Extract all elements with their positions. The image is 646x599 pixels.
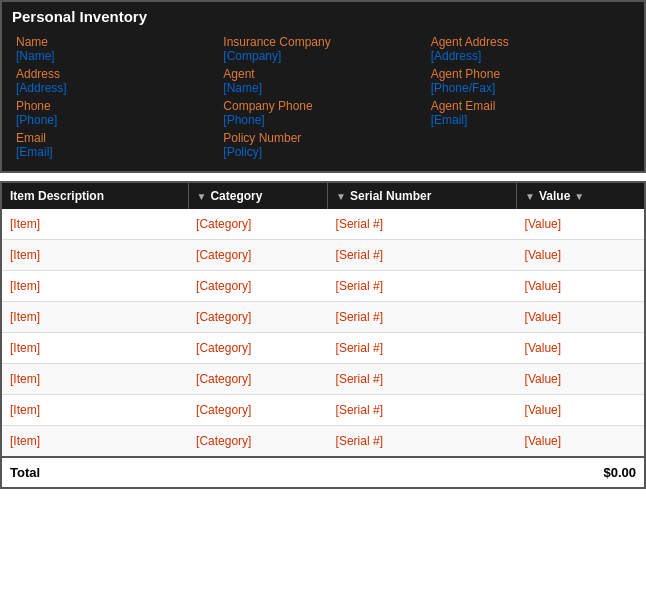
- agent-address-field[interactable]: Agent Address [Address]: [427, 33, 634, 65]
- name-label: Name: [16, 35, 215, 49]
- name-field[interactable]: Name [Name]: [12, 33, 219, 65]
- email-field[interactable]: Email [Email]: [12, 129, 219, 161]
- phone-value: [Phone]: [16, 113, 215, 127]
- serial-cell[interactable]: [Serial #]: [328, 271, 517, 302]
- category-cell[interactable]: [Category]: [188, 302, 328, 333]
- value-col-end-arrow: ▼: [574, 191, 584, 202]
- agent-email-field[interactable]: Agent Email [Email]: [427, 97, 634, 129]
- category-cell[interactable]: [Category]: [188, 240, 328, 271]
- header-section: Personal Inventory Name [Name] Address […: [0, 0, 646, 173]
- table-row[interactable]: [Item] [Category] [Serial #] [Value]: [2, 240, 644, 271]
- table-footer-row: Total $0.00: [2, 457, 644, 487]
- item-cell[interactable]: [Item]: [2, 364, 188, 395]
- agent-phone-field[interactable]: Agent Phone [Phone/Fax]: [427, 65, 634, 97]
- item-cell[interactable]: [Item]: [2, 209, 188, 240]
- agent-email-label: Agent Email: [431, 99, 630, 113]
- table-section: Item Description ▼ Category ▼ Serial Num…: [0, 181, 646, 489]
- inventory-table: Item Description ▼ Category ▼ Serial Num…: [2, 183, 644, 487]
- value-cell[interactable]: [Value]: [517, 240, 644, 271]
- header-col-3: Agent Address [Address] Agent Phone [Pho…: [427, 33, 634, 161]
- col-category[interactable]: ▼ Category: [188, 183, 328, 209]
- page-title: Personal Inventory: [12, 8, 634, 25]
- value-cell[interactable]: [Value]: [517, 333, 644, 364]
- serial-cell[interactable]: [Serial #]: [328, 240, 517, 271]
- agent-email-value: [Email]: [431, 113, 630, 127]
- agent-value: [Name]: [223, 81, 422, 95]
- table-row[interactable]: [Item] [Category] [Serial #] [Value]: [2, 333, 644, 364]
- insurance-company-field[interactable]: Insurance Company [Company]: [219, 33, 426, 65]
- value-cell[interactable]: [Value]: [517, 209, 644, 240]
- item-cell[interactable]: [Item]: [2, 395, 188, 426]
- table-row[interactable]: [Item] [Category] [Serial #] [Value]: [2, 271, 644, 302]
- serial-dropdown-icon: ▼: [336, 191, 346, 202]
- category-cell[interactable]: [Category]: [188, 426, 328, 458]
- total-value: $0.00: [517, 457, 644, 487]
- col-serial-number[interactable]: ▼ Serial Number: [328, 183, 517, 209]
- category-cell[interactable]: [Category]: [188, 395, 328, 426]
- value-cell[interactable]: [Value]: [517, 364, 644, 395]
- policy-number-value: [Policy]: [223, 145, 422, 159]
- email-label: Email: [16, 131, 215, 145]
- company-phone-label: Company Phone: [223, 99, 422, 113]
- policy-number-field[interactable]: Policy Number [Policy]: [219, 129, 426, 161]
- total-label: Total: [2, 457, 517, 487]
- agent-phone-label: Agent Phone: [431, 67, 630, 81]
- item-cell[interactable]: [Item]: [2, 240, 188, 271]
- serial-cell[interactable]: [Serial #]: [328, 333, 517, 364]
- value-cell[interactable]: [Value]: [517, 271, 644, 302]
- header-grid: Name [Name] Address [Address] Phone [Pho…: [12, 33, 634, 161]
- email-value: [Email]: [16, 145, 215, 159]
- category-cell[interactable]: [Category]: [188, 271, 328, 302]
- header-col-1: Name [Name] Address [Address] Phone [Pho…: [12, 33, 219, 161]
- table-row[interactable]: [Item] [Category] [Serial #] [Value]: [2, 426, 644, 458]
- agent-address-label: Agent Address: [431, 35, 630, 49]
- table-row[interactable]: [Item] [Category] [Serial #] [Value]: [2, 209, 644, 240]
- agent-address-value: [Address]: [431, 49, 630, 63]
- value-cell[interactable]: [Value]: [517, 395, 644, 426]
- category-cell[interactable]: [Category]: [188, 333, 328, 364]
- phone-label: Phone: [16, 99, 215, 113]
- name-value: [Name]: [16, 49, 215, 63]
- table-row[interactable]: [Item] [Category] [Serial #] [Value]: [2, 395, 644, 426]
- value-dropdown-icon: ▼: [525, 191, 535, 202]
- table-header-row: Item Description ▼ Category ▼ Serial Num…: [2, 183, 644, 209]
- serial-cell[interactable]: [Serial #]: [328, 395, 517, 426]
- address-label: Address: [16, 67, 215, 81]
- company-phone-field[interactable]: Company Phone [Phone]: [219, 97, 426, 129]
- serial-cell[interactable]: [Serial #]: [328, 426, 517, 458]
- item-cell[interactable]: [Item]: [2, 333, 188, 364]
- table-row[interactable]: [Item] [Category] [Serial #] [Value]: [2, 302, 644, 333]
- insurance-company-label: Insurance Company: [223, 35, 422, 49]
- address-field[interactable]: Address [Address]: [12, 65, 219, 97]
- col-item-description[interactable]: Item Description: [2, 183, 188, 209]
- category-dropdown-icon: ▼: [197, 191, 207, 202]
- category-cell[interactable]: [Category]: [188, 209, 328, 240]
- company-phone-value: [Phone]: [223, 113, 422, 127]
- item-cell[interactable]: [Item]: [2, 426, 188, 458]
- header-col-2: Insurance Company [Company] Agent [Name]…: [219, 33, 426, 161]
- category-cell[interactable]: [Category]: [188, 364, 328, 395]
- item-cell[interactable]: [Item]: [2, 271, 188, 302]
- col-value[interactable]: ▼ Value ▼: [517, 183, 644, 209]
- policy-number-label: Policy Number: [223, 131, 422, 145]
- agent-field[interactable]: Agent [Name]: [219, 65, 426, 97]
- table-row[interactable]: [Item] [Category] [Serial #] [Value]: [2, 364, 644, 395]
- value-cell[interactable]: [Value]: [517, 426, 644, 458]
- agent-phone-value: [Phone/Fax]: [431, 81, 630, 95]
- insurance-company-value: [Company]: [223, 49, 422, 63]
- value-cell[interactable]: [Value]: [517, 302, 644, 333]
- serial-cell[interactable]: [Serial #]: [328, 364, 517, 395]
- serial-cell[interactable]: [Serial #]: [328, 209, 517, 240]
- phone-field[interactable]: Phone [Phone]: [12, 97, 219, 129]
- serial-cell[interactable]: [Serial #]: [328, 302, 517, 333]
- address-value: [Address]: [16, 81, 215, 95]
- agent-label: Agent: [223, 67, 422, 81]
- item-cell[interactable]: [Item]: [2, 302, 188, 333]
